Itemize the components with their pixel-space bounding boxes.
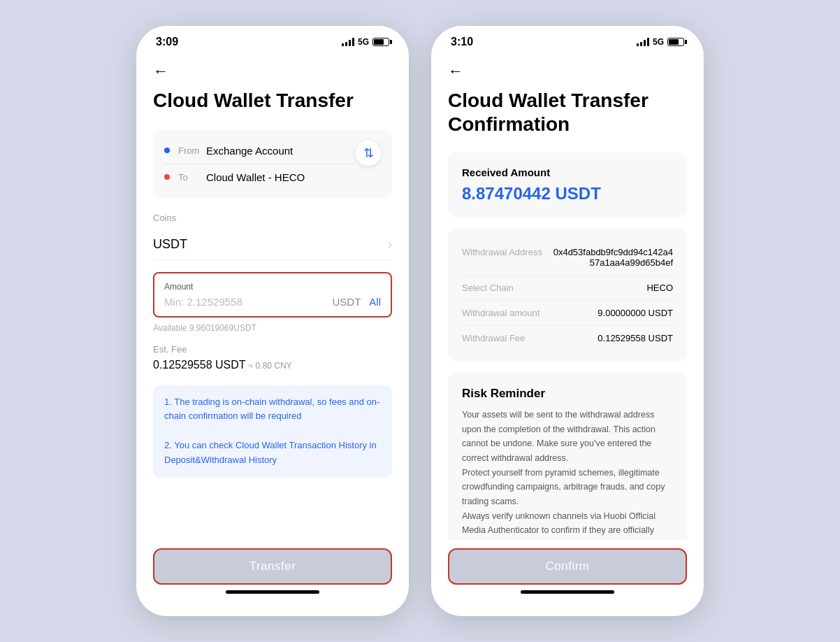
right-bottom-area: Confirm (431, 540, 704, 616)
right-page-content: ← Cloud Wallet Transfer Confirmation Rec… (431, 54, 704, 540)
left-page-content: ← Cloud Wallet Transfer From Exchange Ac… (136, 54, 409, 540)
network-left: 5G (358, 37, 369, 47)
withdrawal-fee-row: Withdrawal Fee 0.12529558 USDT (462, 326, 673, 350)
battery-icon-right (667, 38, 684, 46)
received-amount: 8.87470442 USDT (462, 184, 673, 204)
transfer-button[interactable]: Transfer (153, 548, 392, 585)
withdrawal-address-value: 0x4d53fabdb9fc9dd94c142a457a1aa4a99d65b4… (553, 247, 673, 268)
amount-placeholder[interactable]: Min: 2.12529558 (164, 296, 242, 308)
coins-value: USDT (153, 237, 187, 252)
battery-icon-left (372, 38, 389, 46)
coins-section: Coins USDT › (153, 213, 392, 261)
amount-unit: USDT (332, 296, 361, 308)
withdrawal-fee-label: Withdrawal Fee (462, 333, 553, 343)
right-phone: 3:10 5G ← Cloud Wallet Transfer Confirma… (431, 26, 704, 616)
to-value: Cloud Wallet - HECO (206, 171, 305, 183)
from-row: From Exchange Account (164, 141, 356, 161)
withdrawal-fee-value: 0.12529558 USDT (553, 333, 673, 343)
from-value: Exchange Account (206, 145, 293, 157)
withdrawal-address-label: Withdrawal Address (462, 247, 553, 257)
withdrawal-address-row: Withdrawal Address 0x4d53fabdb9fc9dd94c1… (462, 240, 673, 276)
select-chain-value: HECO (553, 283, 673, 293)
select-chain-row: Select Chain HECO (462, 276, 673, 301)
all-button[interactable]: All (369, 296, 381, 308)
est-fee-value: 0.12529558 USDT ≈ 0.80 CNY (153, 359, 392, 371)
info-box: 1. The trading is on-chain withdrawal, s… (153, 385, 392, 478)
to-label: To (178, 172, 198, 183)
chevron-right-icon: › (388, 237, 392, 252)
est-fee-cny: ≈ 0.80 CNY (249, 361, 292, 371)
to-dot (164, 174, 170, 180)
withdrawal-amount-row: Withdrawal amount 9.00000000 USDT (462, 301, 673, 326)
risk-section: Risk Reminder Your assets will be sent t… (448, 373, 687, 540)
select-chain-label: Select Chain (462, 283, 553, 293)
time-left: 3:09 (156, 36, 178, 48)
amount-label: Amount (164, 282, 381, 292)
info-text: 1. The trading is on-chain withdrawal, s… (164, 395, 381, 468)
status-icons-right: 5G (637, 37, 684, 47)
received-amount-section: Received Amount 8.87470442 USDT (448, 152, 687, 217)
from-to-section: From Exchange Account To Cloud Wallet - … (153, 129, 392, 199)
back-button-right[interactable]: ← (448, 54, 463, 89)
from-dot (164, 148, 170, 153)
network-right: 5G (653, 37, 664, 47)
home-indicator-right (521, 590, 614, 594)
status-bar-left: 3:09 5G (136, 26, 409, 54)
signal-icon-right (637, 38, 649, 46)
confirm-button[interactable]: Confirm (448, 548, 687, 585)
amount-right: USDT All (332, 296, 381, 308)
amount-section: Amount Min: 2.12529558 USDT All (153, 272, 392, 318)
back-button-left[interactable]: ← (153, 54, 168, 89)
page-title-right: Cloud Wallet Transfer Confirmation (448, 89, 687, 136)
risk-text: Your assets will be sent to the withdraw… (462, 408, 673, 540)
withdrawal-amount-value: 9.00000000 USDT (553, 308, 673, 318)
time-right: 3:10 (451, 36, 473, 48)
swap-button[interactable]: ⇅ (356, 141, 381, 166)
to-row: To Cloud Wallet - HECO (164, 167, 356, 187)
withdrawal-amount-label: Withdrawal amount (462, 308, 553, 318)
status-icons-left: 5G (342, 37, 389, 47)
home-indicator-left (226, 590, 319, 594)
page-title-left: Cloud Wallet Transfer (153, 89, 392, 113)
coins-label: Coins (153, 213, 392, 223)
status-bar-right: 3:10 5G (431, 26, 704, 54)
coins-row[interactable]: USDT › (153, 229, 392, 261)
amount-input-row: Min: 2.12529558 USDT All (164, 296, 381, 308)
received-label: Received Amount (462, 166, 673, 178)
left-phone: 3:09 5G ← Cloud Wallet Transfer (136, 26, 409, 616)
risk-title: Risk Reminder (462, 387, 673, 401)
left-bottom-area: Transfer (136, 540, 409, 616)
available-text: Available 9.96019069USDT (153, 323, 392, 333)
details-section: Withdrawal Address 0x4d53fabdb9fc9dd94c1… (448, 229, 687, 362)
est-fee-label: Est. Fee (153, 344, 392, 355)
signal-icon-left (342, 38, 354, 46)
from-label: From (178, 145, 198, 156)
est-fee-section: Est. Fee 0.12529558 USDT ≈ 0.80 CNY (153, 344, 392, 371)
